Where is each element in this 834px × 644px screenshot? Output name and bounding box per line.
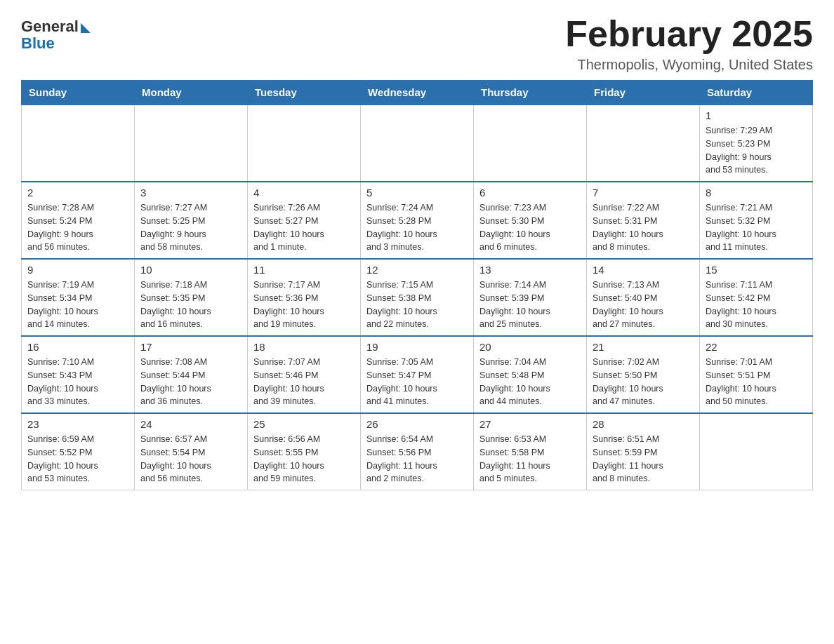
calendar-week-4: 16Sunrise: 7:10 AMSunset: 5:43 PMDayligh… <box>22 336 813 413</box>
day-number: 6 <box>479 187 581 199</box>
day-number: 13 <box>479 264 581 276</box>
header-tuesday: Tuesday <box>248 81 361 105</box>
calendar-cell: 25Sunrise: 6:56 AMSunset: 5:55 PMDayligh… <box>248 413 361 490</box>
calendar-cell: 17Sunrise: 7:08 AMSunset: 5:44 PMDayligh… <box>135 336 248 413</box>
day-number: 10 <box>140 264 241 276</box>
day-info: Sunrise: 7:17 AMSunset: 5:36 PMDaylight:… <box>253 279 355 331</box>
calendar-cell: 19Sunrise: 7:05 AMSunset: 5:47 PMDayligh… <box>361 336 474 413</box>
header-sunday: Sunday <box>22 81 135 105</box>
day-info: Sunrise: 7:11 AMSunset: 5:42 PMDaylight:… <box>706 279 807 331</box>
month-title: February 2025 <box>565 14 813 54</box>
day-info: Sunrise: 7:01 AMSunset: 5:51 PMDaylight:… <box>706 356 807 408</box>
day-info: Sunrise: 6:57 AMSunset: 5:54 PMDaylight:… <box>140 433 241 485</box>
calendar-cell: 4Sunrise: 7:26 AMSunset: 5:27 PMDaylight… <box>248 182 361 259</box>
day-number: 3 <box>140 187 241 199</box>
day-info: Sunrise: 7:27 AMSunset: 5:25 PMDaylight:… <box>140 201 241 254</box>
day-info: Sunrise: 7:26 AMSunset: 5:27 PMDaylight:… <box>253 201 355 254</box>
day-info: Sunrise: 7:07 AMSunset: 5:46 PMDaylight:… <box>253 356 355 408</box>
day-info: Sunrise: 7:21 AMSunset: 5:32 PMDaylight:… <box>706 201 807 254</box>
calendar-cell: 27Sunrise: 6:53 AMSunset: 5:58 PMDayligh… <box>474 413 587 490</box>
header-saturday: Saturday <box>700 81 813 105</box>
calendar-cell: 21Sunrise: 7:02 AMSunset: 5:50 PMDayligh… <box>587 336 700 413</box>
header-monday: Monday <box>135 81 248 105</box>
calendar-header: Sunday Monday Tuesday Wednesday Thursday… <box>22 81 813 105</box>
day-number: 28 <box>593 418 694 430</box>
calendar-week-5: 23Sunrise: 6:59 AMSunset: 5:52 PMDayligh… <box>22 413 813 490</box>
calendar-cell: 6Sunrise: 7:23 AMSunset: 5:30 PMDaylight… <box>474 182 587 259</box>
calendar-cell: 22Sunrise: 7:01 AMSunset: 5:51 PMDayligh… <box>700 336 813 413</box>
header-wednesday: Wednesday <box>361 81 474 105</box>
day-info: Sunrise: 7:10 AMSunset: 5:43 PMDaylight:… <box>27 356 128 408</box>
day-info: Sunrise: 7:24 AMSunset: 5:28 PMDaylight:… <box>366 201 468 254</box>
calendar-cell: 1Sunrise: 7:29 AMSunset: 5:23 PMDaylight… <box>700 105 813 182</box>
day-info: Sunrise: 7:29 AMSunset: 5:23 PMDaylight:… <box>706 124 807 177</box>
calendar-cell <box>22 105 135 182</box>
day-number: 8 <box>706 187 807 199</box>
day-number: 20 <box>479 341 581 353</box>
day-info: Sunrise: 7:15 AMSunset: 5:38 PMDaylight:… <box>366 279 468 331</box>
day-info: Sunrise: 7:28 AMSunset: 5:24 PMDaylight:… <box>27 201 128 254</box>
day-info: Sunrise: 6:54 AMSunset: 5:56 PMDaylight:… <box>366 433 468 485</box>
calendar-cell <box>361 105 474 182</box>
logo-triangle-icon <box>81 23 91 33</box>
calendar-table: Sunday Monday Tuesday Wednesday Thursday… <box>21 80 813 490</box>
day-info: Sunrise: 7:13 AMSunset: 5:40 PMDaylight:… <box>593 279 694 331</box>
day-number: 11 <box>253 264 355 276</box>
calendar-cell <box>248 105 361 182</box>
calendar-cell: 18Sunrise: 7:07 AMSunset: 5:46 PMDayligh… <box>248 336 361 413</box>
calendar-cell: 13Sunrise: 7:14 AMSunset: 5:39 PMDayligh… <box>474 259 587 336</box>
calendar-cell <box>700 413 813 490</box>
calendar-cell: 11Sunrise: 7:17 AMSunset: 5:36 PMDayligh… <box>248 259 361 336</box>
calendar-cell: 2Sunrise: 7:28 AMSunset: 5:24 PMDaylight… <box>22 182 135 259</box>
calendar-cell: 5Sunrise: 7:24 AMSunset: 5:28 PMDaylight… <box>361 182 474 259</box>
calendar-cell: 8Sunrise: 7:21 AMSunset: 5:32 PMDaylight… <box>700 182 813 259</box>
calendar-cell: 24Sunrise: 6:57 AMSunset: 5:54 PMDayligh… <box>135 413 248 490</box>
calendar-cell: 20Sunrise: 7:04 AMSunset: 5:48 PMDayligh… <box>474 336 587 413</box>
day-info: Sunrise: 6:56 AMSunset: 5:55 PMDaylight:… <box>253 433 355 485</box>
logo: General Blue <box>21 18 91 53</box>
day-info: Sunrise: 6:51 AMSunset: 5:59 PMDaylight:… <box>593 433 694 485</box>
calendar-cell: 23Sunrise: 6:59 AMSunset: 5:52 PMDayligh… <box>22 413 135 490</box>
calendar-cell <box>474 105 587 182</box>
day-info: Sunrise: 7:23 AMSunset: 5:30 PMDaylight:… <box>479 201 581 254</box>
day-number: 25 <box>253 418 355 430</box>
logo-blue-text: Blue <box>21 34 55 53</box>
day-number: 27 <box>479 418 581 430</box>
day-number: 26 <box>366 418 468 430</box>
calendar-cell: 28Sunrise: 6:51 AMSunset: 5:59 PMDayligh… <box>587 413 700 490</box>
header-thursday: Thursday <box>474 81 587 105</box>
day-number: 21 <box>593 341 694 353</box>
calendar-cell: 12Sunrise: 7:15 AMSunset: 5:38 PMDayligh… <box>361 259 474 336</box>
day-number: 24 <box>140 418 241 430</box>
calendar-body: 1Sunrise: 7:29 AMSunset: 5:23 PMDaylight… <box>22 105 813 490</box>
calendar-week-1: 1Sunrise: 7:29 AMSunset: 5:23 PMDaylight… <box>22 105 813 182</box>
day-info: Sunrise: 7:14 AMSunset: 5:39 PMDaylight:… <box>479 279 581 331</box>
calendar-cell: 7Sunrise: 7:22 AMSunset: 5:31 PMDaylight… <box>587 182 700 259</box>
day-number: 15 <box>706 264 807 276</box>
day-number: 4 <box>253 187 355 199</box>
header-row: Sunday Monday Tuesday Wednesday Thursday… <box>22 81 813 105</box>
calendar-cell: 9Sunrise: 7:19 AMSunset: 5:34 PMDaylight… <box>22 259 135 336</box>
calendar-cell: 26Sunrise: 6:54 AMSunset: 5:56 PMDayligh… <box>361 413 474 490</box>
calendar-week-2: 2Sunrise: 7:28 AMSunset: 5:24 PMDaylight… <box>22 182 813 259</box>
calendar-cell: 3Sunrise: 7:27 AMSunset: 5:25 PMDaylight… <box>135 182 248 259</box>
day-number: 19 <box>366 341 468 353</box>
calendar-cell <box>135 105 248 182</box>
calendar-cell <box>587 105 700 182</box>
day-info: Sunrise: 7:04 AMSunset: 5:48 PMDaylight:… <box>479 356 581 408</box>
calendar-week-3: 9Sunrise: 7:19 AMSunset: 5:34 PMDaylight… <box>22 259 813 336</box>
logo-general-text: General <box>21 18 79 36</box>
day-number: 1 <box>706 109 807 121</box>
title-section: February 2025 Thermopolis, Wyoming, Unit… <box>565 14 813 73</box>
day-number: 9 <box>27 264 128 276</box>
location-text: Thermopolis, Wyoming, United States <box>565 57 813 73</box>
day-number: 14 <box>593 264 694 276</box>
day-info: Sunrise: 7:05 AMSunset: 5:47 PMDaylight:… <box>366 356 468 408</box>
day-info: Sunrise: 7:22 AMSunset: 5:31 PMDaylight:… <box>593 201 694 254</box>
calendar-cell: 14Sunrise: 7:13 AMSunset: 5:40 PMDayligh… <box>587 259 700 336</box>
calendar-cell: 10Sunrise: 7:18 AMSunset: 5:35 PMDayligh… <box>135 259 248 336</box>
day-info: Sunrise: 6:59 AMSunset: 5:52 PMDaylight:… <box>27 433 128 485</box>
calendar-cell: 16Sunrise: 7:10 AMSunset: 5:43 PMDayligh… <box>22 336 135 413</box>
header-friday: Friday <box>587 81 700 105</box>
page-header: General Blue February 2025 Thermopolis, … <box>21 14 813 73</box>
